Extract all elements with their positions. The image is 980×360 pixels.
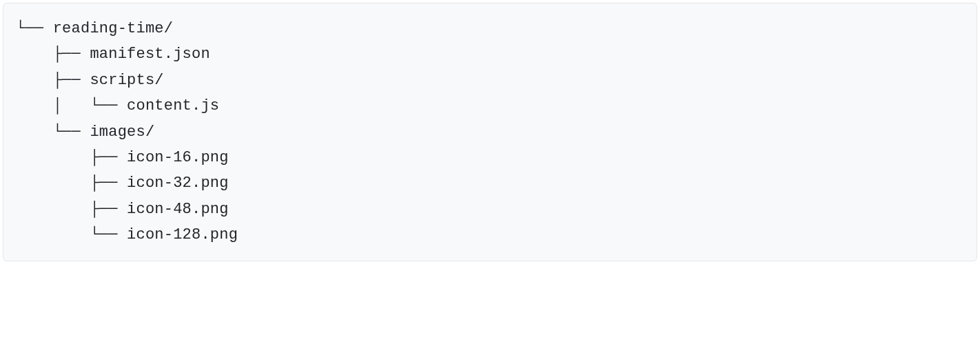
tree-line-icon-32: ├── icon-32.png	[16, 170, 964, 196]
tree-line-content-js: │ └── content.js	[16, 93, 964, 119]
tree-line-icon-128: └── icon-128.png	[16, 222, 964, 248]
tree-line-icon-48: ├── icon-48.png	[16, 197, 964, 222]
directory-tree-code-block: └── reading-time/ ├── manifest.json ├── …	[3, 3, 977, 261]
tree-line-manifest: ├── manifest.json	[16, 41, 964, 67]
tree-line-scripts-dir: ├── scripts/	[16, 68, 964, 93]
tree-line-root: └── reading-time/	[16, 16, 964, 41]
tree-line-images-dir: └── images/	[16, 119, 964, 145]
tree-line-icon-16: ├── icon-16.png	[16, 145, 964, 170]
